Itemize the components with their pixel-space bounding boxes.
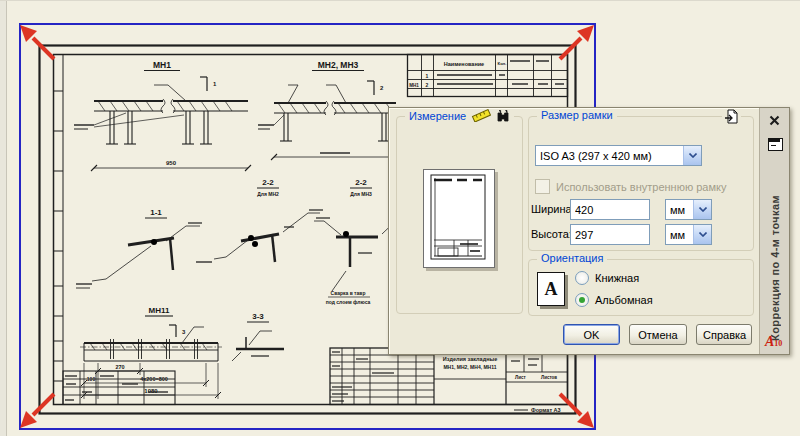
height-input[interactable] (570, 224, 650, 245)
inner-frame-checkbox[interactable] (535, 179, 550, 194)
paper-preset-value: ISO A3 (297 x 420 мм) (536, 150, 683, 162)
orientation-group: Ориентация A Книжная Альбомная (528, 259, 754, 316)
panel-title-bar: Коррекция по 4-м точкам A10 (759, 108, 789, 354)
measure-group-label: Измерение (409, 110, 466, 122)
panel-title-text: Коррекция по 4-м точкам (769, 195, 781, 341)
width-unit-combo[interactable]: мм (665, 199, 712, 220)
frame-size-label: Размер рамки (541, 109, 613, 121)
orientation-icon-letter: A (545, 279, 558, 300)
app-logo-letter: A (765, 334, 774, 349)
window-edge (0, 1, 7, 436)
portrait-radio-label: Книжная (595, 272, 639, 284)
frame-size-header: Размер рамки (537, 109, 617, 121)
panel-body: Измерение (389, 108, 759, 354)
landscape-radio-label: Альбомная (595, 294, 653, 306)
chevron-down-icon (689, 153, 697, 158)
app-canvas: Наименование Кол. МН1 1 2 МН1 1 (0, 0, 800, 436)
cancel-button[interactable]: Отмена (629, 324, 687, 345)
height-unit-combo[interactable]: мм (665, 224, 712, 245)
frame-size-group: Размер рамки ISO A3 (297 x 420 мм) (528, 116, 754, 251)
binoculars-icon[interactable] (496, 110, 510, 122)
dialog-mode-icon[interactable] (768, 138, 783, 151)
chevron-down-icon (699, 207, 707, 212)
chevron-down-icon (699, 232, 707, 237)
inner-frame-checkbox-label: Использовать внутреннюю рамку (556, 181, 726, 193)
width-unit-dropdown-button[interactable] (693, 200, 711, 219)
help-button[interactable]: Справка (696, 324, 752, 345)
correction-panel: Измерение (388, 107, 790, 355)
orientation-landscape-option[interactable]: Альбомная (575, 293, 653, 307)
orientation-page-icon: A (537, 272, 565, 306)
paper-preset-dropdown-button[interactable] (683, 146, 701, 165)
paper-preset-combo[interactable]: ISO A3 (297 x 420 мм) (535, 145, 702, 166)
height-unit-dropdown-button[interactable] (693, 225, 711, 244)
app-logo: A10 (765, 335, 782, 351)
inner-frame-checkbox-row[interactable]: Использовать внутреннюю рамку (535, 179, 726, 194)
orientation-portrait-option[interactable]: Книжная (575, 271, 639, 285)
width-unit-value: мм (666, 204, 693, 216)
height-label: Высота: (531, 228, 572, 240)
landscape-radio[interactable] (575, 293, 589, 307)
portrait-radio[interactable] (575, 271, 589, 285)
frame-preview-thumbnail (423, 169, 495, 268)
measure-group: Измерение (396, 116, 523, 314)
orientation-label: Ориентация (541, 252, 603, 264)
width-label: Ширина: (531, 203, 575, 215)
orientation-header: Ориентация (537, 252, 607, 264)
app-logo-sub: 10 (774, 339, 782, 348)
measure-group-header: Измерение (405, 109, 514, 122)
ruler-icon[interactable] (471, 109, 491, 122)
height-unit-value: мм (666, 229, 693, 241)
close-icon[interactable] (767, 113, 782, 127)
frame-from-sheet-icon[interactable] (722, 109, 741, 124)
ok-button[interactable]: OK (563, 324, 620, 345)
width-input[interactable] (570, 199, 650, 220)
